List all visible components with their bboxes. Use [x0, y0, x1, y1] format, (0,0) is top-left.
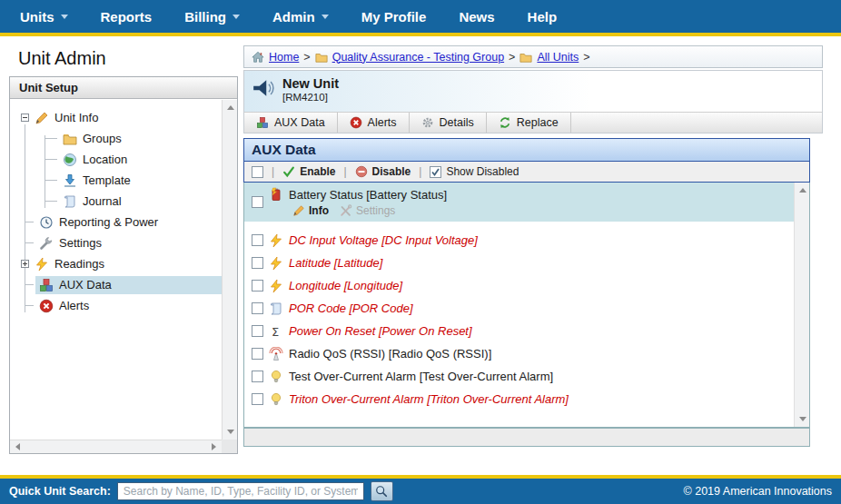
sidebar-item-alerts[interactable]: Alerts [10, 295, 222, 316]
row-checkbox[interactable] [252, 348, 263, 360]
megaphone-icon [252, 76, 275, 100]
copyright-text: © 2019 American Innovations [684, 485, 832, 498]
scroll-down-icon[interactable] [795, 411, 810, 427]
check-icon [430, 167, 440, 177]
list-item-label: POR Code [POR Code] [289, 301, 413, 315]
show-disabled-checkbox[interactable] [430, 166, 441, 178]
scroll-up-icon[interactable] [223, 100, 238, 115]
list-item-dc-input-voltage[interactable]: DC Input Voltage [DC Input Voltage] [244, 229, 794, 252]
list-item-battery-status[interactable]: Battery Status [Battery Status] Info Set… [244, 183, 794, 222]
sidebar-item-label: Settings [59, 236, 102, 250]
info-button[interactable]: Info [292, 204, 329, 217]
scroll-left-icon[interactable] [10, 440, 25, 453]
list-item-latitude[interactable]: Latitude [Latitude] [244, 252, 794, 274]
row-checkbox[interactable] [252, 234, 263, 246]
globe-icon [63, 153, 77, 167]
nav-help[interactable]: Help [511, 0, 574, 33]
breadcrumb-all-units-link[interactable]: All Units [537, 51, 579, 64]
select-all-checkbox[interactable] [252, 166, 263, 178]
breadcrumb-home-link[interactable]: Home [269, 51, 299, 64]
sidebar-item-label: Groups [83, 132, 122, 145]
show-disabled-toggle[interactable]: Show Disabled [430, 165, 519, 178]
sidebar-item-aux-data[interactable]: AUX Data [10, 274, 222, 295]
show-disabled-label: Show Disabled [446, 165, 519, 178]
nav-reports-label: Reports [101, 9, 153, 25]
sidebar-item-journal[interactable]: Journal [10, 191, 222, 212]
list-item-test-over-current-alarm[interactable]: Test Over-Current Alarm [Test Over-Curre… [244, 365, 794, 388]
expand-icon[interactable] [21, 260, 29, 268]
list-item-por-code[interactable]: POR Code [POR Code] [244, 297, 794, 320]
sidebar-item-label: Alerts [59, 299, 89, 312]
sidebar-item-label: Journal [83, 194, 122, 208]
lightning-icon [35, 257, 49, 272]
sidebar-horizontal-scrollbar[interactable] [10, 440, 222, 453]
search-icon [375, 485, 388, 498]
info-button-label: Info [309, 204, 329, 217]
sidebar-vertical-scrollbar[interactable] [222, 100, 237, 440]
row-checkbox[interactable] [252, 257, 263, 269]
list-item-radio-qos[interactable]: Radio QoS (RSSI) [Radio QoS (RSSI)] [244, 342, 794, 365]
nav-admin-label: Admin [272, 9, 315, 25]
breadcrumb-group-link[interactable]: Quality Assurance - Testing Group [332, 51, 504, 64]
sidebar-item-template[interactable]: Template [10, 170, 222, 191]
sidebar-item-label: AUX Data [59, 278, 112, 292]
gear-icon [421, 116, 434, 129]
sidebar-item-readings[interactable]: Readings [10, 253, 222, 274]
sidebar-item-label: Template [83, 173, 131, 187]
nav-billing-label: Billing [184, 9, 226, 25]
row-checkbox[interactable] [252, 371, 263, 382]
enable-button-label: Enable [300, 165, 335, 178]
aux-panel-footer [243, 428, 810, 447]
alert-icon [350, 116, 362, 129]
nav-admin[interactable]: Admin [256, 0, 345, 33]
unit-admin-page: Units Reports Billing Admin My Profile N… [0, 0, 841, 504]
list-item-longitude[interactable]: Longitude [Longitude] [244, 274, 794, 297]
replace-button-label: Replace [517, 116, 559, 129]
row-checkbox[interactable] [252, 196, 263, 208]
row-checkbox[interactable] [252, 325, 263, 337]
sidebar-item-reporting-power[interactable]: Reporting & Power [10, 212, 222, 232]
folder-icon [63, 132, 77, 146]
lightning-icon [269, 233, 283, 248]
scroll-down-icon[interactable] [223, 424, 238, 440]
nav-news[interactable]: News [442, 0, 510, 33]
sidebar-item-settings[interactable]: Settings [10, 232, 222, 253]
disable-button[interactable]: Disable [355, 165, 411, 178]
sidebar-item-location[interactable]: Location [10, 149, 222, 170]
alerts-button[interactable]: Alerts [338, 113, 410, 133]
row-checkbox[interactable] [252, 302, 263, 314]
aux-toolbar: | Enable | Disable | Show Disabled [243, 162, 810, 183]
disable-button-label: Disable [372, 165, 411, 178]
list-item-label: Test Over-Current Alarm [Test Over-Curre… [289, 370, 553, 383]
check-icon [282, 165, 295, 178]
scroll-right-icon[interactable] [206, 440, 222, 453]
alerts-button-label: Alerts [368, 116, 397, 129]
unit-title: New Unit [282, 76, 339, 92]
replace-button[interactable]: Replace [487, 113, 571, 133]
scroll-up-icon[interactable] [795, 183, 810, 198]
sidebar-item-unit-info[interactable]: Unit Info [10, 107, 222, 128]
folder-icon [315, 51, 328, 64]
sidebar-item-label: Unit Info [54, 111, 98, 124]
row-checkbox[interactable] [252, 393, 263, 405]
top-navbar: Units Reports Billing Admin My Profile N… [0, 0, 841, 36]
nav-units[interactable]: Units [4, 0, 84, 33]
search-button[interactable] [371, 481, 393, 501]
nav-my-profile[interactable]: My Profile [345, 0, 443, 33]
enable-button[interactable]: Enable [282, 165, 335, 178]
collapse-icon[interactable] [21, 114, 29, 122]
nav-billing[interactable]: Billing [168, 0, 256, 33]
list-item-label: Power On Reset [Power On Reset] [289, 324, 472, 338]
row-checkbox[interactable] [252, 280, 263, 292]
list-vertical-scrollbar[interactable] [794, 183, 809, 427]
list-item-power-on-reset[interactable]: Σ Power On Reset [Power On Reset] [244, 320, 794, 342]
journal-icon [63, 194, 77, 209]
bottom-bar: Quick Unit Search: © 2019 American Innov… [0, 475, 841, 504]
quick-unit-search-input[interactable] [117, 482, 364, 500]
nav-reports[interactable]: Reports [84, 0, 169, 33]
list-item-triton-over-current-alarm[interactable]: Triton Over-Current Alarm [Triton Over-C… [244, 388, 794, 410]
aux-data-button[interactable]: AUX Data [244, 113, 338, 133]
list-item-label: Longitude [Longitude] [289, 279, 402, 292]
sidebar-item-groups[interactable]: Groups [10, 128, 222, 149]
details-button[interactable]: Details [410, 113, 487, 133]
